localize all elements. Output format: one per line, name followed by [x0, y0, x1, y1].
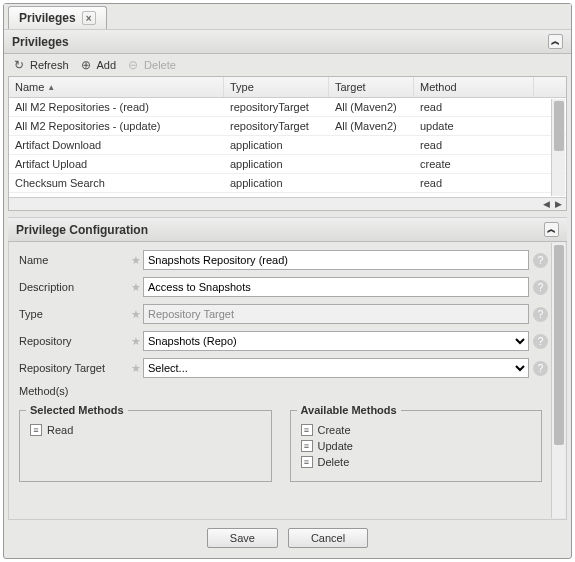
delete-button: Delete: [126, 58, 176, 72]
cell-type: application: [224, 155, 329, 173]
config-title: Privilege Configuration: [16, 223, 148, 237]
column-method[interactable]: Method: [414, 77, 534, 97]
cell-method: read: [414, 98, 534, 116]
cell-name: Checksum Search: [9, 174, 224, 192]
cell-method: create: [414, 155, 534, 173]
column-type[interactable]: Type: [224, 77, 329, 97]
cell-type: application: [224, 136, 329, 154]
label-description: Description: [19, 281, 129, 293]
method-item[interactable]: Delete: [297, 454, 536, 470]
table-row[interactable]: All M2 Repositories - (read)repositoryTa…: [9, 98, 566, 117]
scroll-left-icon[interactable]: ◀: [541, 199, 552, 209]
name-input[interactable]: [143, 250, 529, 270]
label-type: Type: [19, 308, 129, 320]
help-icon[interactable]: ?: [533, 307, 548, 322]
selected-methods-box: Selected Methods Read: [19, 404, 272, 482]
config-header: Privilege Configuration ︽: [8, 217, 567, 242]
method-item[interactable]: Update: [297, 438, 536, 454]
type-select[interactable]: [143, 304, 529, 324]
star-icon: ★: [129, 362, 143, 375]
column-name[interactable]: Name ▲: [9, 77, 224, 97]
list-icon: [301, 456, 313, 468]
vertical-scrollbar[interactable]: [551, 243, 565, 518]
grid-header: Name ▲ Type Target Method: [9, 77, 566, 98]
cancel-button[interactable]: Cancel: [288, 528, 368, 548]
privileges-grid: Name ▲ Type Target Method All M2 Reposit…: [8, 76, 567, 211]
cell-type: application: [224, 174, 329, 192]
add-button[interactable]: Add: [79, 58, 117, 72]
cell-method: read: [414, 174, 534, 192]
table-row[interactable]: Checksum Searchapplicationread: [9, 174, 566, 193]
list-icon: [301, 440, 313, 452]
repository-target-select[interactable]: Select...: [143, 358, 529, 378]
help-icon[interactable]: ?: [533, 334, 548, 349]
selected-methods-title: Selected Methods: [26, 404, 128, 416]
star-icon: ★: [129, 281, 143, 294]
repository-select[interactable]: Snapshots (Repo): [143, 331, 529, 351]
method-item[interactable]: Read: [26, 422, 265, 438]
tab-label: Privileges: [19, 11, 76, 25]
cell-name: All M2 Repositories - (read): [9, 98, 224, 116]
available-methods-box: Available Methods CreateUpdateDelete: [290, 404, 543, 482]
label-name: Name: [19, 254, 129, 266]
close-icon[interactable]: ×: [82, 11, 96, 25]
help-icon[interactable]: ?: [533, 280, 548, 295]
tab-privileges[interactable]: Privileges ×: [8, 6, 107, 29]
column-target[interactable]: Target: [329, 77, 414, 97]
help-icon[interactable]: ?: [533, 253, 548, 268]
save-button[interactable]: Save: [207, 528, 278, 548]
cell-target: [329, 174, 414, 192]
table-row[interactable]: All M2 Repositories - (update)repository…: [9, 117, 566, 136]
list-icon: [301, 424, 313, 436]
cell-target: [329, 136, 414, 154]
cell-method: read: [414, 136, 534, 154]
refresh-button[interactable]: Refresh: [12, 58, 69, 72]
cell-name: Artifact Download: [9, 136, 224, 154]
collapse-up-icon[interactable]: ︽: [548, 34, 563, 49]
toolbar: Refresh Add Delete: [4, 54, 571, 76]
scroll-right-icon[interactable]: ▶: [553, 199, 564, 209]
available-methods-title: Available Methods: [297, 404, 401, 416]
cell-name: Artifact Upload: [9, 155, 224, 173]
refresh-icon: [12, 58, 26, 72]
cell-method: update: [414, 117, 534, 135]
label-methods: Method(s): [19, 385, 129, 397]
cell-type: repositoryTarget: [224, 98, 329, 116]
star-icon: ★: [129, 335, 143, 348]
sort-asc-icon: ▲: [47, 83, 55, 92]
help-icon[interactable]: ?: [533, 361, 548, 376]
description-input[interactable]: [143, 277, 529, 297]
table-row[interactable]: Artifact Uploadapplicationcreate: [9, 155, 566, 174]
method-item[interactable]: Create: [297, 422, 536, 438]
panel-header: Privileges ︽: [4, 29, 571, 54]
cell-target: All (Maven2): [329, 98, 414, 116]
cell-name: All M2 Repositories - (update): [9, 117, 224, 135]
label-repository-target: Repository Target: [19, 362, 129, 374]
vertical-scrollbar[interactable]: [551, 99, 565, 196]
panel-title: Privileges: [12, 35, 69, 49]
cell-target: All (Maven2): [329, 117, 414, 135]
add-icon: [79, 58, 93, 72]
list-icon: [30, 424, 42, 436]
cell-target: [329, 155, 414, 173]
label-repository: Repository: [19, 335, 129, 347]
star-icon: ★: [129, 308, 143, 321]
delete-icon: [126, 58, 140, 72]
grid-footer: ◀ ▶: [9, 197, 566, 210]
collapse-up-icon[interactable]: ︽: [544, 222, 559, 237]
star-icon: ★: [129, 254, 143, 267]
cell-type: repositoryTarget: [224, 117, 329, 135]
table-row[interactable]: Artifact Downloadapplicationread: [9, 136, 566, 155]
